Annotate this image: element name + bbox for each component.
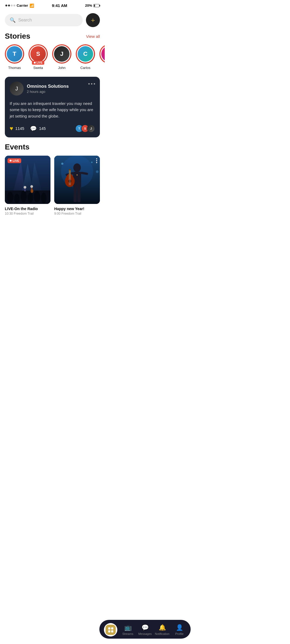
story-inner-kalp: K xyxy=(100,45,105,63)
story-ring-kalp: K xyxy=(99,44,105,64)
search-bar[interactable]: 🔍 Search xyxy=(5,14,83,26)
svg-rect-33 xyxy=(69,169,71,178)
svg-point-26 xyxy=(96,170,99,173)
svg-rect-39 xyxy=(74,187,77,202)
svg-point-41 xyxy=(77,174,78,175)
event-image-1: LIVE xyxy=(5,156,50,204)
post-card: J Omninos Solutions 2 hours ago If you a… xyxy=(5,77,100,137)
post-author: J Omninos Solutions 2 hours ago xyxy=(10,82,69,96)
story-name-thomas: Thomas xyxy=(8,66,21,70)
story-john[interactable]: J John xyxy=(52,44,71,70)
event-subtitle-2: 9:00 Freedom Trail xyxy=(54,212,100,215)
live-dot-icon xyxy=(34,62,36,64)
status-bar: Carrier 📶 9:41 AM 20% xyxy=(0,0,105,9)
comment-action[interactable]: 💬 145 xyxy=(30,125,46,132)
carrier-label: Carrier xyxy=(17,3,28,8)
svg-point-16 xyxy=(24,186,26,189)
search-icon: 🔍 xyxy=(10,17,16,23)
post-menu[interactable] xyxy=(88,82,95,85)
post-actions: ♥ 1145 💬 145 T S J xyxy=(10,125,95,133)
avatar-john: J xyxy=(54,46,70,62)
event-menu-2[interactable] xyxy=(96,158,97,163)
add-icon: + xyxy=(91,17,95,24)
story-inner-john: J xyxy=(53,45,70,63)
post-avatar: J xyxy=(10,82,24,96)
story-ring-thomas: T xyxy=(5,44,24,64)
story-name-sweta: Sweta xyxy=(33,66,43,70)
menu-dot-1 xyxy=(88,83,90,85)
event-menu-dot-3 xyxy=(96,162,97,163)
status-right: 20% xyxy=(85,3,99,8)
svg-rect-13 xyxy=(23,193,24,196)
story-thomas[interactable]: T Thomas xyxy=(5,44,24,70)
status-left: Carrier 📶 xyxy=(5,3,34,8)
battery-icon xyxy=(93,4,99,7)
story-ring-carlos: C xyxy=(76,44,95,64)
search-placeholder: Search xyxy=(18,18,32,23)
event-subtitle-1: 10:30 Freedom Trail xyxy=(5,212,50,215)
event-title-1: LIVE-On the Radio xyxy=(5,207,50,211)
svg-point-25 xyxy=(91,162,93,163)
svg-point-24 xyxy=(61,163,63,165)
heart-icon: ♥ xyxy=(10,125,13,132)
stories-header: Stories View all xyxy=(0,30,105,44)
events-section: Events xyxy=(0,143,105,215)
guitar-svg xyxy=(54,156,100,204)
post-text: If you are an infrequent traveler you ma… xyxy=(10,100,95,119)
event-live-badge-1: LIVE xyxy=(8,158,21,163)
event-menu-dot-1 xyxy=(96,158,97,159)
story-avatar-kalp: K xyxy=(99,44,105,64)
signal-icon xyxy=(5,5,15,6)
live-badge-sweta: LIVE xyxy=(32,61,44,65)
post-avatar-inner: J xyxy=(10,82,24,96)
story-carlos[interactable]: C Carlos xyxy=(76,44,95,70)
story-name-john: John xyxy=(58,66,66,70)
story-ring-john: J xyxy=(52,44,71,64)
add-button[interactable]: + xyxy=(86,13,100,27)
post-header: J Omninos Solutions 2 hours ago xyxy=(10,82,95,96)
event-card-2[interactable]: Happy new Year! 9:00 Freedom Trail xyxy=(54,156,100,215)
like-count: 1145 xyxy=(15,126,24,131)
avatar-thomas: T xyxy=(7,46,22,62)
svg-rect-40 xyxy=(77,187,81,202)
post-time: 2 hours ago xyxy=(27,90,69,94)
search-section: 🔍 Search + xyxy=(0,9,105,30)
stories-row: T Thomas S LIVE Sweta xyxy=(0,44,105,75)
story-kalp[interactable]: K Kalp xyxy=(99,44,105,70)
story-avatar-carlos: C xyxy=(76,44,95,64)
comment-icon: 💬 xyxy=(30,125,37,132)
events-row: LIVE LIVE-On the Radio 10:30 Freedom Tra… xyxy=(5,156,100,215)
svg-rect-11 xyxy=(9,193,10,197)
svg-point-21 xyxy=(31,189,33,193)
svg-rect-15 xyxy=(37,193,38,197)
story-avatar-thomas: T xyxy=(5,44,24,64)
svg-point-34 xyxy=(68,180,71,183)
post-reactors: T S J xyxy=(75,125,95,133)
story-avatar-sweta: S LIVE xyxy=(28,44,48,64)
wifi-icon: 📶 xyxy=(30,3,34,8)
event-menu-dot-2 xyxy=(96,160,97,161)
view-all-stories[interactable]: View all xyxy=(86,34,100,39)
svg-point-10 xyxy=(41,193,46,203)
avatar-sweta: S xyxy=(30,46,46,62)
event-image-2 xyxy=(54,156,100,204)
svg-point-5 xyxy=(7,192,13,203)
event-live-dot-icon xyxy=(10,160,12,162)
menu-dot-2 xyxy=(91,83,92,85)
menu-dot-3 xyxy=(94,83,95,85)
story-sweta[interactable]: S LIVE Sweta xyxy=(28,44,48,70)
like-action[interactable]: ♥ 1145 xyxy=(10,125,24,132)
avatar-kalp: K xyxy=(101,46,105,62)
event-card-1[interactable]: LIVE LIVE-On the Radio 10:30 Freedom Tra… xyxy=(5,156,50,215)
status-time: 9:41 AM xyxy=(52,3,67,8)
story-inner-carlos: C xyxy=(77,45,94,63)
event-title-2: Happy new Year! xyxy=(54,207,100,211)
svg-point-27 xyxy=(73,163,81,172)
svg-rect-12 xyxy=(16,195,17,198)
comment-count: 145 xyxy=(39,126,46,131)
story-name-carlos: Carlos xyxy=(80,66,90,70)
svg-rect-14 xyxy=(30,194,31,197)
reactor-avatar-3: J xyxy=(87,125,95,133)
post-author-info: Omninos Solutions 2 hours ago xyxy=(27,84,69,94)
event-bg-guitar xyxy=(54,156,100,204)
